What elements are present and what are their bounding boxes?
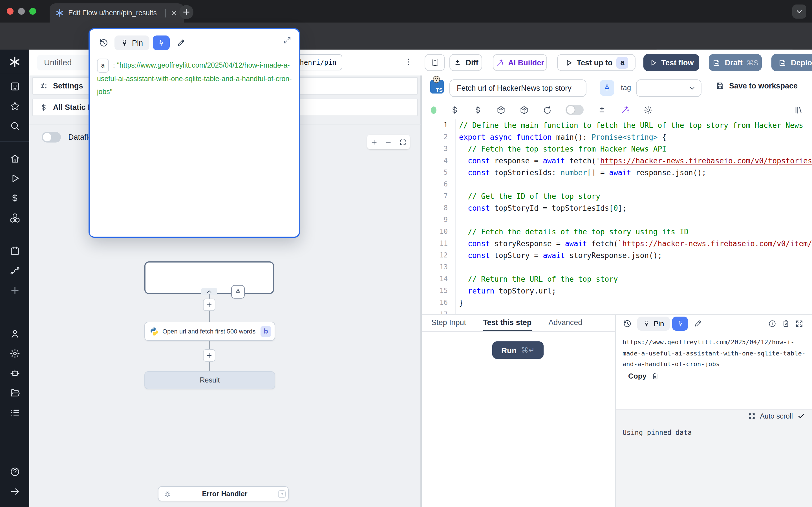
step-title-input[interactable] xyxy=(456,83,580,93)
add-error-handler-button[interactable] xyxy=(278,490,286,498)
pinned-input-content[interactable]: a : "https://www.geoffreylitt.com/2025/0… xyxy=(97,59,293,99)
zoom-out-icon[interactable] xyxy=(385,138,392,146)
ai-wand-icon[interactable] xyxy=(620,105,630,115)
code-line[interactable]: 15 return topStory.url; xyxy=(422,285,812,297)
code-editor[interactable]: 1// Define the main function to fetch th… xyxy=(422,119,812,314)
deploy-button[interactable]: Deploy xyxy=(771,54,812,71)
code-line[interactable]: 13 xyxy=(422,262,812,273)
pin-label-button[interactable]: Pin xyxy=(114,36,149,50)
code-line[interactable]: 7 // Get the ID of the top story xyxy=(422,190,812,202)
resource-dollar-icon[interactable] xyxy=(473,105,483,115)
test-up-to-button[interactable]: Test up to a xyxy=(557,54,636,71)
close-window-button[interactable] xyxy=(7,8,13,15)
star-icon[interactable] xyxy=(9,101,20,112)
robot-icon[interactable] xyxy=(9,368,20,379)
user-icon[interactable] xyxy=(9,328,20,339)
tab-step-input[interactable]: Step Input xyxy=(432,315,466,331)
node-pin-badge-icon[interactable] xyxy=(231,285,245,298)
zoom-in-icon[interactable] xyxy=(370,138,378,146)
code-line[interactable]: 5 const topStoriesIds: number[] = await … xyxy=(422,167,812,179)
tab-advanced[interactable]: Advanced xyxy=(548,315,582,331)
dataflow-toggle[interactable] xyxy=(42,132,61,143)
code-line[interactable]: 4 const response = await fetch('https://… xyxy=(422,155,812,167)
docs-button[interactable] xyxy=(424,54,445,71)
insert-step-button[interactable] xyxy=(203,298,215,311)
code-line[interactable]: 1// Define the main function to fetch th… xyxy=(422,119,812,131)
pinned-result-value[interactable]: https://www.geoffreylitt.com/2025/04/12/… xyxy=(622,337,809,370)
expand-icon[interactable] xyxy=(795,320,804,328)
library-icon[interactable] xyxy=(794,105,804,115)
history-icon[interactable] xyxy=(99,38,109,48)
pin-label-button[interactable]: Pin xyxy=(637,317,670,331)
insert-step-button[interactable] xyxy=(203,349,215,362)
folder-icon[interactable] xyxy=(9,388,20,398)
flow-node-error-handler[interactable]: Error Handler xyxy=(158,486,289,501)
play-icon[interactable] xyxy=(9,173,20,184)
fit-view-icon[interactable] xyxy=(399,138,407,146)
edit-pin-pencil-icon[interactable] xyxy=(176,38,186,47)
code-line[interactable]: 12 const topStory = await storyResponse.… xyxy=(422,249,812,262)
tab-test-this-step[interactable]: Test this step xyxy=(483,315,531,331)
list-icon[interactable] xyxy=(9,407,20,418)
plus-icon[interactable] xyxy=(9,285,20,296)
tag-select[interactable] xyxy=(636,79,702,97)
maximize-window-button[interactable] xyxy=(29,8,36,15)
code-line[interactable]: 9 xyxy=(422,214,812,226)
flow-node-b[interactable]: Open url and fetch first 500 words of ..… xyxy=(144,322,275,341)
cubes-icon[interactable] xyxy=(9,212,20,223)
copy-clipboard-icon[interactable] xyxy=(781,320,790,328)
code-line[interactable]: 14 // Return the URL of the top story xyxy=(422,273,812,285)
pin-active-button[interactable] xyxy=(153,36,170,50)
route-icon[interactable] xyxy=(9,265,20,276)
step-title-field[interactable] xyxy=(449,79,587,97)
close-tab-icon[interactable] xyxy=(170,9,178,17)
copy-button[interactable]: Copy xyxy=(628,372,659,380)
test-up-to-target-badge[interactable]: a xyxy=(617,57,628,68)
minimize-window-button[interactable] xyxy=(18,8,25,15)
run-button[interactable]: Run ⌘↵ xyxy=(492,341,544,359)
package-icon[interactable] xyxy=(496,105,506,115)
diff-button[interactable]: Diff xyxy=(449,54,482,71)
building-icon[interactable] xyxy=(9,81,20,92)
editor-settings-gear-icon[interactable] xyxy=(644,105,653,115)
info-icon[interactable] xyxy=(768,320,776,328)
more-options-icon[interactable] xyxy=(403,57,413,67)
package-icon[interactable] xyxy=(519,105,529,115)
code-line[interactable]: 8 const topStoryId = topStoriesIds[0]; xyxy=(422,202,812,214)
ai-builder-button[interactable]: AI Builder xyxy=(493,54,547,71)
dollar-icon[interactable] xyxy=(9,193,20,203)
pin-active-button[interactable] xyxy=(672,317,688,331)
draft-button[interactable]: Draft⌘S xyxy=(709,54,762,71)
arrow-right-icon[interactable] xyxy=(9,486,20,497)
expand-logs-icon[interactable] xyxy=(748,412,755,420)
editor-toggle[interactable] xyxy=(566,105,583,115)
calendar-icon[interactable] xyxy=(9,245,20,256)
gear-icon[interactable] xyxy=(9,348,20,359)
code-line[interactable]: 6 xyxy=(422,179,812,190)
windmill-logo[interactable] xyxy=(8,56,21,68)
expand-popup-icon[interactable] xyxy=(283,36,292,45)
search-icon[interactable] xyxy=(9,121,20,131)
diff-icon[interactable] xyxy=(597,105,607,115)
code-line[interactable]: 17 xyxy=(422,309,812,314)
new-tab-button[interactable] xyxy=(179,5,193,19)
reset-icon[interactable] xyxy=(543,105,552,115)
home-icon[interactable] xyxy=(9,153,20,164)
code-line[interactable]: 2export async function main(): Promise<s… xyxy=(422,131,812,143)
tab-search-caret-button[interactable] xyxy=(792,4,806,18)
flow-node-result[interactable]: Result xyxy=(144,371,275,389)
save-to-workspace-button[interactable]: Save to workspace xyxy=(716,81,798,90)
autoscroll-check-icon[interactable] xyxy=(797,412,805,420)
pin-toggle-button[interactable] xyxy=(600,80,614,96)
history-icon[interactable] xyxy=(622,319,632,328)
code-line[interactable]: 3 // Fetch the top stories from Hacker N… xyxy=(422,143,812,155)
help-icon[interactable] xyxy=(9,466,20,477)
variable-dollar-icon[interactable] xyxy=(450,105,460,115)
code-line[interactable]: 11 const storyResponse = await fetch(`ht… xyxy=(422,238,812,249)
code-line[interactable]: 10 // Fetch the details of the top story… xyxy=(422,226,812,238)
edit-pin-pencil-icon[interactable] xyxy=(694,319,703,328)
test-flow-button[interactable]: Test flow xyxy=(644,54,699,71)
window-controls[interactable] xyxy=(7,8,36,15)
browser-tab[interactable]: Edit Flow u/henri/pin_results xyxy=(50,3,184,22)
code-line[interactable]: 16} xyxy=(422,297,812,309)
